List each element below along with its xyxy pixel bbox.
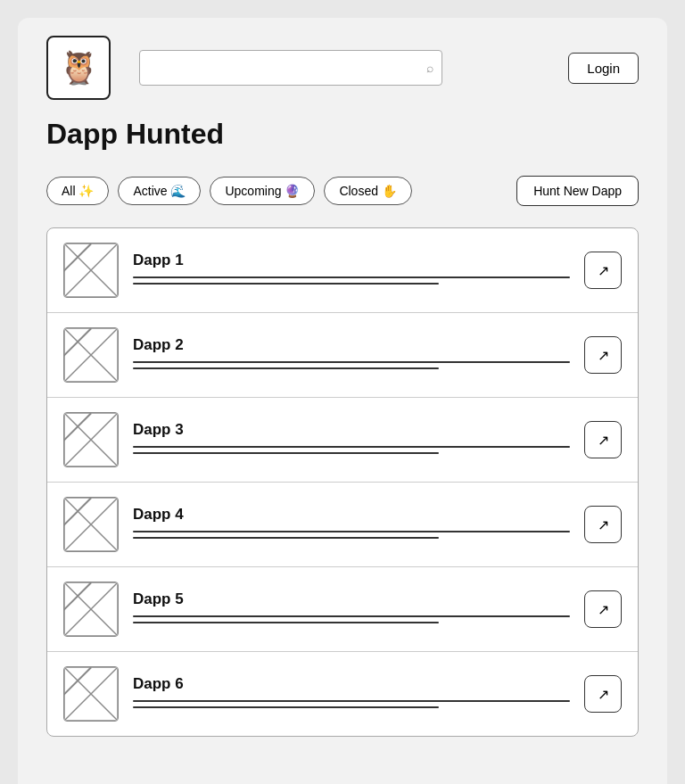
search-wrapper: ⌕ xyxy=(139,50,442,86)
header: 🦉 ⌕ Login xyxy=(18,18,667,118)
search-input[interactable] xyxy=(139,50,442,86)
page-container: 🦉 ⌕ Login Dapp Hunted All ✨ Active 🌊 Upc… xyxy=(18,18,667,784)
dapp-desc-short-1 xyxy=(133,276,570,278)
logo: 🦉 xyxy=(46,36,111,100)
dapp-info-4: Dapp 4 xyxy=(133,506,570,543)
dapp-image-4 xyxy=(63,497,119,552)
filter-closed[interactable]: Closed ✋ xyxy=(324,177,411,205)
dapp-desc-long-4 xyxy=(133,537,439,539)
filter-all[interactable]: All ✨ xyxy=(46,177,109,205)
dapp-image-3 xyxy=(63,412,119,467)
dapp-image-6 xyxy=(63,666,119,722)
dapp-desc-long-6 xyxy=(133,706,439,708)
dapp-name-3: Dapp 3 xyxy=(133,421,570,439)
dapp-row: Dapp 3 ↗ xyxy=(47,398,638,483)
filter-upcoming[interactable]: Upcoming 🔮 xyxy=(210,177,315,205)
filter-bar: All ✨ Active 🌊 Upcoming 🔮 Closed ✋ Hunt … xyxy=(46,176,639,206)
dapp-image-2 xyxy=(63,327,119,383)
dapp-info-2: Dapp 2 xyxy=(133,336,570,374)
dapp-desc-short-2 xyxy=(133,361,570,363)
dapp-row: Dapp 6 ↗ xyxy=(47,652,638,736)
dapp-info-3: Dapp 3 xyxy=(133,421,570,458)
dapp-row: Dapp 2 ↗ xyxy=(47,313,638,398)
dapp-link-button-1[interactable]: ↗ xyxy=(584,252,622,289)
dapp-image-5 xyxy=(63,582,119,637)
dapp-desc-long-1 xyxy=(133,283,439,285)
login-button[interactable]: Login xyxy=(568,53,639,84)
hunt-new-dapp-button[interactable]: Hunt New Dapp xyxy=(516,176,639,206)
dapp-name-6: Dapp 6 xyxy=(133,675,570,693)
dapp-list: Dapp 1 ↗ Dapp 2 ↗ xyxy=(46,227,639,737)
dapp-name-4: Dapp 4 xyxy=(133,506,570,524)
dapp-info-5: Dapp 5 xyxy=(133,590,570,628)
dapp-info-1: Dapp 1 xyxy=(133,252,570,289)
dapp-row: Dapp 4 ↗ xyxy=(47,483,638,567)
page-title: Dapp Hunted xyxy=(46,118,639,151)
dapp-name-1: Dapp 1 xyxy=(133,252,570,269)
dapp-row: Dapp 1 ↗ xyxy=(47,228,638,313)
dapp-image-1 xyxy=(63,243,119,298)
dapp-link-button-6[interactable]: ↗ xyxy=(584,675,622,713)
dapp-link-button-5[interactable]: ↗ xyxy=(584,590,622,628)
logo-icon: 🦉 xyxy=(59,52,99,84)
dapp-desc-short-3 xyxy=(133,446,570,448)
search-container: ⌕ xyxy=(139,50,540,86)
dapp-desc-long-5 xyxy=(133,622,439,623)
dapp-desc-long-3 xyxy=(133,452,439,454)
dapp-row: Dapp 5 ↗ xyxy=(47,567,638,652)
filter-active[interactable]: Active 🌊 xyxy=(118,177,201,205)
dapp-name-5: Dapp 5 xyxy=(133,590,570,608)
dapp-link-button-4[interactable]: ↗ xyxy=(584,506,622,543)
dapp-link-button-3[interactable]: ↗ xyxy=(584,421,622,458)
dapp-desc-short-6 xyxy=(133,700,570,702)
dapp-desc-short-5 xyxy=(133,615,570,617)
dapp-desc-short-4 xyxy=(133,531,570,532)
dapp-info-6: Dapp 6 xyxy=(133,675,570,713)
main-content: Dapp Hunted All ✨ Active 🌊 Upcoming 🔮 Cl… xyxy=(18,118,667,737)
dapp-desc-long-2 xyxy=(133,367,439,369)
dapp-name-2: Dapp 2 xyxy=(133,336,570,354)
dapp-link-button-2[interactable]: ↗ xyxy=(584,336,622,374)
